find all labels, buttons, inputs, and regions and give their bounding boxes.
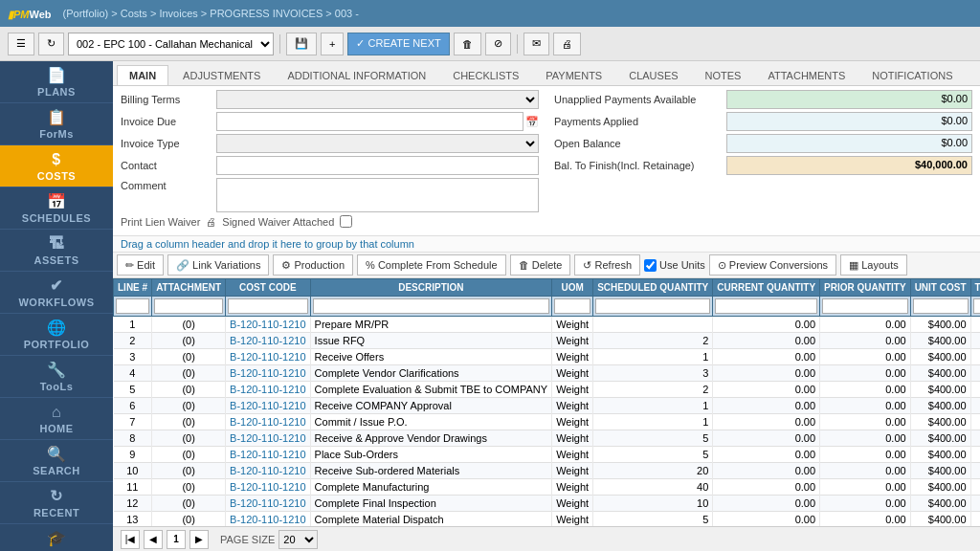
tab-adjustments[interactable]: ADJUSTMENTS — [170, 65, 273, 85]
col-total-qty: TOTAL QUANTITY — [970, 279, 980, 297]
unapplied-label: Unapplied Payments Available — [554, 94, 726, 105]
cancel-button[interactable]: ⊘ — [485, 33, 511, 55]
sidebar-item-recent[interactable]: ↻ RECENT — [0, 482, 113, 524]
print-lien-icon[interactable]: 🖨 — [206, 216, 216, 228]
sidebar-item-tools[interactable]: 🔧 TooLs — [0, 356, 113, 398]
production-button[interactable]: ⚙ Production — [273, 254, 353, 276]
first-page-button[interactable]: |◀ — [121, 530, 140, 549]
sidebar-item-portfolio[interactable]: 🌐 PORTFOLIO — [0, 314, 113, 356]
filter-total-qty[interactable] — [973, 298, 980, 314]
tab-attachments[interactable]: ATTACHMENTS — [755, 65, 858, 85]
cost-code-link[interactable]: B-120-110-1210 — [230, 416, 306, 428]
invoice-type-select[interactable] — [216, 134, 539, 153]
cost-code-link[interactable]: B-120-110-1210 — [230, 481, 306, 493]
layouts-button[interactable]: ▦ Layouts — [840, 254, 907, 276]
tab-payments[interactable]: PAYMENTS — [533, 65, 614, 85]
filter-sched-qty[interactable] — [595, 298, 710, 314]
edit-button[interactable]: ✏ Edit — [117, 254, 164, 276]
cost-code-link[interactable]: B-120-110-1210 — [230, 319, 306, 330]
data-table: LINE # ATTACHMENT COST CODE DESCRIPTION … — [113, 278, 980, 526]
sidebar-item-schedules[interactable]: 📅 SCHEDULES — [0, 187, 113, 230]
col-unit-cost: UNIT COST — [910, 279, 970, 297]
lien-waiver-row: Print Lien Waiver 🖨 Signed Waiver Attach… — [121, 215, 539, 228]
filter-unit-cost[interactable] — [913, 298, 969, 314]
cost-code-link[interactable]: B-120-110-1210 — [230, 367, 306, 379]
nav-list-button[interactable]: ☰ — [8, 33, 34, 55]
signed-waiver-label: Signed Waiver Attached — [222, 216, 334, 228]
email-button[interactable]: ✉ — [523, 33, 549, 55]
link-variations-button[interactable]: 🔗 Link Variations — [167, 254, 269, 276]
recent-icon: ↻ — [50, 487, 63, 505]
page-size-select[interactable]: 20 50 100 — [278, 530, 318, 549]
tab-checklists[interactable]: CHECKLISTS — [440, 65, 531, 85]
sidebar-item-workflows[interactable]: ✔ WORKFLOWS — [0, 272, 113, 314]
filter-desc[interactable] — [313, 298, 550, 314]
cost-code-link[interactable]: B-120-110-1210 — [230, 514, 306, 525]
invoice-type-field: Invoice Type — [121, 134, 539, 153]
table-wrapper[interactable]: LINE # ATTACHMENT COST CODE DESCRIPTION … — [113, 278, 980, 526]
billing-terms-label: Billing Terms — [121, 94, 216, 105]
filter-code[interactable] — [228, 298, 308, 314]
sidebar-item-assets[interactable]: 🏗 ASSETS — [0, 230, 113, 272]
form-row: Billing Terms Invoice Due 📅 Invoice Type… — [121, 90, 972, 228]
cost-code-link[interactable]: B-120-110-1210 — [230, 449, 306, 460]
search-icon: 🔍 — [47, 445, 67, 463]
filter-uom[interactable] — [554, 298, 590, 314]
add-button[interactable]: + — [321, 33, 344, 55]
tab-notifications[interactable]: NOTIFICATIONS — [859, 65, 965, 85]
delete-button[interactable]: 🗑 — [454, 33, 481, 55]
grid-toolbar: ✏ Edit 🔗 Link Variations ⚙ Production % … — [113, 253, 980, 278]
sidebar-item-costs[interactable]: $ COSTS — [0, 145, 113, 187]
cost-code-link[interactable]: B-120-110-1210 — [230, 465, 306, 476]
record-select[interactable]: 002 - EPC 100 - Callahan Mechanical — [68, 33, 274, 55]
tab-additional-info[interactable]: ADDITIONAL INFORMATION — [275, 65, 438, 85]
cost-code-link[interactable]: B-120-110-1210 — [230, 335, 306, 346]
print-button[interactable]: 🖨 — [553, 33, 581, 55]
calendar-icon[interactable]: 📅 — [525, 116, 539, 128]
payments-applied-field: Payments Applied $0.00 — [554, 112, 972, 131]
sidebar-item-home[interactable]: ⌂ HOME — [0, 398, 113, 440]
billing-terms-select[interactable] — [216, 90, 539, 109]
tab-clauses[interactable]: CLAUSES — [616, 65, 690, 85]
assets-icon: 🏗 — [49, 235, 65, 253]
bal-to-finish-value: $40,000.00 — [726, 156, 972, 175]
cost-code-link[interactable]: B-120-110-1210 — [230, 400, 306, 411]
grid-delete-button[interactable]: 🗑 Delete — [510, 254, 571, 276]
filter-att[interactable] — [154, 298, 223, 314]
save-button[interactable]: 💾 — [286, 33, 317, 55]
cost-code-link[interactable]: B-120-110-1210 — [230, 497, 306, 509]
undo-button[interactable]: ↻ — [38, 33, 64, 55]
next-page-button[interactable]: ▶ — [189, 530, 209, 549]
comment-label: Comment — [121, 178, 216, 191]
tab-main[interactable]: MAIN — [117, 65, 168, 85]
filter-line[interactable] — [116, 298, 149, 314]
preview-conversions-button[interactable]: ⊙ Preview Conversions — [709, 254, 836, 276]
comment-textarea[interactable] — [216, 178, 539, 212]
prev-page-button[interactable]: ◀ — [144, 530, 163, 549]
cost-code-link[interactable]: B-120-110-1210 — [230, 432, 306, 444]
pagination: |◀ ◀ 1 ▶ PAGE SIZE 20 50 100 — [113, 526, 980, 551]
sidebar-item-search[interactable]: 🔍 SEARCH — [0, 440, 113, 482]
tabs: MAIN ADJUSTMENTS ADDITIONAL INFORMATION … — [113, 61, 980, 86]
cost-code-link[interactable]: B-120-110-1210 — [230, 351, 306, 363]
signed-waiver-checkbox[interactable] — [340, 215, 352, 228]
sidebar-item-plans[interactable]: 📄 PLANS — [0, 61, 113, 103]
unapplied-field: Unapplied Payments Available $0.00 — [554, 90, 972, 109]
bal-to-finish-field: Bal. To Finish(Incl. Retainage) $40,000.… — [554, 156, 972, 175]
refresh-button[interactable]: ↺ Refresh — [574, 254, 640, 276]
table-row: 1 (0) B-120-110-1210 Prepare MR/PR Weigh… — [114, 317, 981, 333]
filter-prior-qty[interactable] — [822, 298, 908, 314]
tab-notes[interactable]: NOTES — [693, 65, 754, 85]
open-balance-value: $0.00 — [726, 134, 972, 153]
sidebar-item-forms[interactable]: 📋 ForMs — [0, 103, 113, 145]
sidebar-item-university[interactable]: 🎓 UNIVERSITY — [0, 524, 113, 551]
complete-from-schedule-button[interactable]: % Complete From Schedule — [357, 254, 506, 276]
contact-input[interactable] — [216, 156, 539, 175]
invoice-due-input[interactable] — [216, 112, 523, 131]
table-row: 13 (0) B-120-110-1210 Complete Material … — [114, 512, 981, 527]
use-units-checkbox[interactable] — [644, 259, 657, 272]
create-next-button[interactable]: ✓ CREATE NEXT — [347, 33, 449, 55]
filter-curr-qty[interactable] — [715, 298, 817, 314]
table-row: 2 (0) B-120-110-1210 Issue RFQ Weight 2 … — [114, 333, 981, 349]
cost-code-link[interactable]: B-120-110-1210 — [230, 384, 306, 395]
